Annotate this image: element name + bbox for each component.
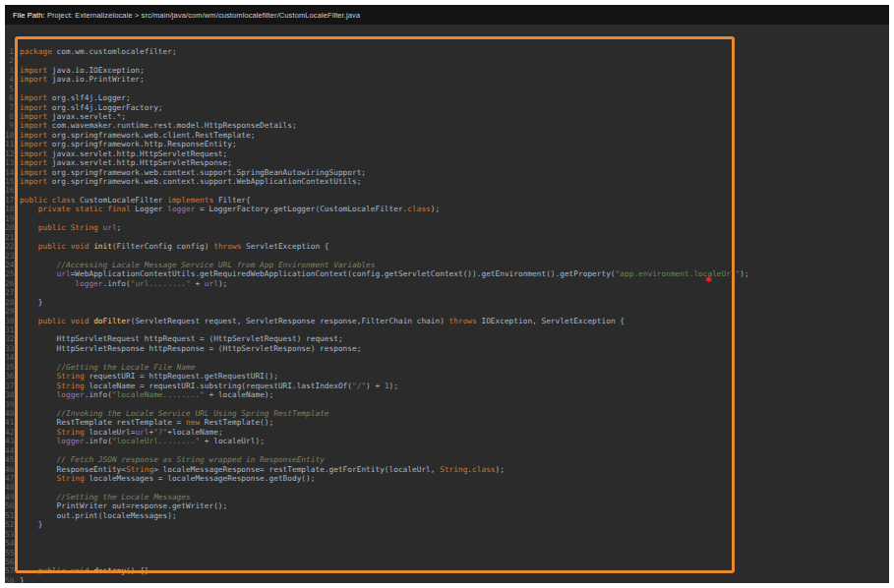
line-number: 32 [5,334,20,343]
code-line[interactable]: 8import javax.servlet.*; [5,112,889,121]
line-number: 4 [5,75,20,84]
code-line[interactable]: 28 } [5,298,889,307]
code-line[interactable]: 4import java.io.PrintWriter; [5,75,889,84]
line-number: 27 [5,288,20,297]
code-line[interactable]: 52 } [5,520,889,529]
code-text: String requestURI = httpRequest.getReque… [20,372,278,381]
code-text: package com.wm.customlocalefilter; [20,47,177,56]
line-number: 9 [5,121,20,130]
code-line[interactable]: 29 [5,307,889,316]
code-text: import org.springframework.web.context.s… [20,168,366,177]
code-text: import org.springframework.web.client.Re… [20,131,255,140]
code-text: } [20,298,42,307]
code-line[interactable]: 51 out.print(localeMessages); [5,511,889,520]
code-line[interactable]: 25 url=WebApplicationContextUtils.getReq… [5,269,889,278]
code-text: private static final Logger logger = Log… [20,205,440,213]
code-line[interactable]: 45 // Fetch JSON response as String wrap… [5,455,889,464]
line-number: 10 [5,131,20,140]
code-line[interactable]: 31 [5,325,889,334]
code-line[interactable]: 46 ResponseEntity<String> localeMessageR… [5,465,889,474]
code-line[interactable]: 53 [5,530,889,539]
code-line[interactable]: 55 [5,549,889,558]
code-text: } [20,520,42,529]
code-line[interactable]: 3import java.io.IOException; [5,66,889,75]
file-path-label: File Path: [13,11,47,20]
line-number: 16 [5,186,20,195]
line-number: 11 [5,140,20,148]
line-number: 50 [5,501,20,510]
line-number: 21 [5,233,20,242]
line-number: 52 [5,520,20,529]
code-line[interactable]: 56 [5,558,889,566]
code-line[interactable]: 15import org.springframework.web.context… [5,177,889,186]
code-line[interactable]: 13import javax.servlet.http.HttpServletR… [5,158,889,167]
code-line[interactable]: 41 RestTemplate restTemplate = new RestT… [5,418,889,427]
code-text: String localeName = requestURI.substring… [20,382,398,390]
code-line[interactable]: 34 [5,353,889,362]
code-line[interactable]: 36 String requestURI = httpRequest.getRe… [5,372,889,381]
code-line[interactable]: 7import org.slf4j.LoggerFactory; [5,103,889,112]
code-line[interactable]: 35 //Getting the Locale File Name [5,363,889,372]
code-text: public String url; [20,223,121,232]
code-line[interactable]: 6import org.slf4j.Logger; [5,93,889,102]
code-text: import javax.servlet.*; [20,112,126,121]
line-number: 43 [5,437,20,445]
code-line[interactable]: 24 //Accessing Lacale Message Service UR… [5,261,889,269]
code-text: import org.springframework.http.Response… [20,140,237,148]
code-line[interactable]: 21 [5,233,889,242]
code-line[interactable]: 40 //Invoking the Locale Service URL Usi… [5,409,889,418]
code-line[interactable]: 11import org.springframework.http.Respon… [5,140,889,148]
line-number: 3 [5,66,20,75]
code-line[interactable]: 44 [5,446,889,455]
code-text: logger.info("localeName........" + local… [20,390,273,399]
code-text: import org.slf4j.LoggerFactory; [20,103,163,112]
code-line[interactable]: 39 [5,400,889,409]
code-text: HttpServletResponse httpResponse = (Http… [20,344,361,353]
code-text: RestTemplate restTemplate = new RestTemp… [20,418,273,427]
line-number: 57 [5,566,20,575]
code-text: import org.slf4j.Logger; [20,93,131,102]
code-line[interactable]: 12import javax.servlet.http.HttpServletR… [5,149,889,158]
code-line[interactable]: 19 [5,214,889,223]
code-line[interactable]: 10import org.springframework.web.client.… [5,131,889,140]
code-line[interactable]: 43 logger.info("localeUrl........" + loc… [5,437,889,445]
code-line[interactable]: 30 public void doFilter(ServletRequest r… [5,317,889,325]
line-number: 46 [5,465,20,474]
file-path-value: Project: Externalizelocale > src/main/ja… [47,11,360,20]
code-line[interactable]: 37 String localeName = requestURI.substr… [5,382,889,390]
code-text: PrintWriter out=response.getWriter(); [20,501,227,510]
code-line[interactable]: 42 String localeUrl=url+"?"+localeName; [5,428,889,437]
code-line[interactable]: 9import com.wavemaker.runtime.rest.model… [5,121,889,130]
code-line[interactable]: 17public class CustomLocaleFilter implem… [5,196,889,205]
code-line[interactable]: 57 public void destroy() {} [5,566,889,575]
line-number: 31 [5,325,20,334]
code-text: public void doFilter(ServletRequest requ… [20,317,625,325]
code-text: //Accessing Lacale Message Service URL f… [20,261,375,269]
code-area[interactable]: 1package com.wm.customlocalefilter;23imp… [5,25,889,583]
code-text: String localeUrl=url+"?"+localeName; [20,428,223,437]
code-line[interactable]: 18 private static final Logger logger = … [5,205,889,213]
line-number: 42 [5,428,20,437]
code-line[interactable]: 38 logger.info("localeName........" + lo… [5,390,889,399]
line-number: 14 [5,168,20,177]
code-text: //Invoking the Locale Service URL Using … [20,409,329,418]
code-line[interactable]: 49 //Setting the Locale Messages [5,493,889,501]
code-line[interactable]: 54 [5,539,889,548]
code-line[interactable]: 27 [5,288,889,297]
code-line[interactable]: 23 [5,252,889,261]
code-line[interactable]: 58} [5,576,889,583]
code-line[interactable]: 1package com.wm.customlocalefilter; [5,47,889,56]
code-line[interactable]: 47 String localeMessages = localeMessage… [5,474,889,483]
code-line[interactable]: 16 [5,186,889,195]
code-line[interactable]: 14import org.springframework.web.context… [5,168,889,177]
code-line[interactable]: 2 [5,56,889,65]
code-line[interactable]: 22 public void init(FilterConfig config)… [5,242,889,251]
code-line[interactable]: 50 PrintWriter out=response.getWriter(); [5,501,889,510]
code-line[interactable]: 48 [5,483,889,492]
code-line[interactable]: 33 HttpServletResponse httpResponse = (H… [5,344,889,353]
code-line[interactable]: 26 logger.info("url........" + url); [5,279,889,288]
code-text: // Fetch JSON response as String wrapped… [20,455,325,464]
code-line[interactable]: 5 [5,85,889,93]
code-line[interactable]: 32 HttpServletRequest httpRequest = (Htt… [5,334,889,343]
code-line[interactable]: 20 public String url; [5,223,889,232]
